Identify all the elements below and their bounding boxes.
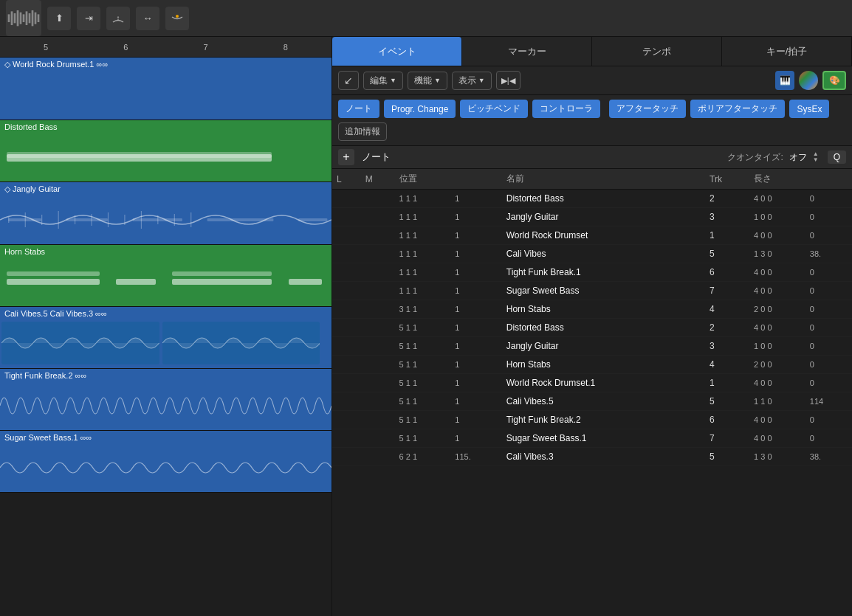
table-row[interactable]: 5 1 1 1 Jangly Guitar 3 1 0 0 0 — [332, 337, 852, 356]
function-button[interactable]: 機能 ▼ — [408, 72, 447, 90]
cell-length2: 0 — [805, 356, 852, 374]
waveform-world-rock: // Generated inline waveform bars — [0, 72, 331, 120]
controller-button[interactable]: コントローラ — [532, 100, 600, 118]
cell-name: Cali Vibes — [502, 245, 705, 263]
cell-length2: 0 — [805, 282, 852, 300]
track-cali-vibes[interactable]: Cali Vibes.5 Cali Vibes.3 ∞∞ — [0, 307, 331, 369]
col-trk: Trk — [705, 169, 749, 190]
tab-marker[interactable]: マーカー — [462, 37, 592, 66]
svg-rect-14 — [41, 215, 42, 225]
cell-name: Sugar Sweet Bass.1 — [502, 429, 705, 448]
additional-info-button[interactable]: 追加情報 — [338, 122, 387, 141]
track-world-rock[interactable]: ◇ World Rock Drumset.1 ∞∞ // Generated i… — [0, 58, 331, 120]
table-row[interactable]: 5 1 1 1 World Rock Drumset.1 1 4 0 0 0 — [332, 374, 852, 392]
cell-l — [332, 190, 361, 208]
table-row[interactable]: 1 1 1 1 Jangly Guitar 3 1 0 0 0 — [332, 208, 852, 226]
cell-position: 1 1 1 — [395, 245, 451, 263]
q-button[interactable]: Q — [828, 150, 846, 164]
table-row[interactable]: 1 1 1 1 Sugar Sweet Bass 7 4 0 0 0 — [332, 282, 852, 300]
svg-rect-1 — [11, 11, 13, 25]
cell-name: Cali Vibes.3 — [502, 448, 705, 466]
svg-rect-18 — [108, 212, 109, 227]
sysex-button[interactable]: SysEx — [789, 100, 829, 118]
add-event-button[interactable]: + — [338, 149, 354, 165]
aftertouch-button[interactable]: アフタータッチ — [609, 100, 686, 118]
event-table-wrapper[interactable]: L M 位置 名前 Trk 長さ 1 1 1 1 Distorted Bass … — [332, 169, 852, 616]
tab-tempo[interactable]: テンポ — [592, 37, 722, 66]
cell-trk: 5 — [705, 392, 749, 411]
table-row[interactable]: 1 1 1 1 Cali Vibes 5 1 3 0 38. — [332, 245, 852, 263]
event-panel: イベント マーカー テンポ キー/拍子 ↙ 編集 ▼ 機能 ▼ 表示 ▼ — [332, 37, 852, 616]
cell-position: 1 1 1 — [395, 282, 451, 300]
cell-length: 1 0 0 — [749, 337, 805, 356]
track-tight-funk[interactable]: Tight Funk Break.2 ∞∞ — [0, 369, 331, 431]
event-table: L M 位置 名前 Trk 長さ 1 1 1 1 Distorted Bass … — [332, 169, 852, 466]
cell-trk: 5 — [705, 245, 749, 263]
svg-rect-25 — [66, 218, 108, 221]
track-jangly-guitar[interactable]: ◇ Jangly Guitar — [0, 182, 331, 245]
align-left-icon[interactable]: ⇥ — [77, 7, 100, 30]
event-toolbar: ↙ 編集 ▼ 機能 ▼ 表示 ▼ ▶|◀ 🎹 🎨 — [332, 66, 852, 95]
table-row[interactable]: 5 1 1 1 Sugar Sweet Bass.1 7 4 0 0 0 — [332, 429, 852, 448]
note-button[interactable]: ノート — [338, 100, 379, 118]
track-content-horn-stabs — [0, 258, 331, 306]
track-content-tight-funk — [0, 382, 331, 430]
table-row[interactable]: 5 1 1 1 Tight Funk Break.2 6 4 0 0 0 — [332, 411, 852, 429]
table-row[interactable]: 5 1 1 1 Distorted Bass 2 4 0 0 0 — [332, 319, 852, 337]
cell-length: 4 0 0 — [749, 282, 805, 300]
progr-change-button[interactable]: Progr. Change — [384, 100, 456, 118]
waveform-icon[interactable] — [6, 0, 41, 36]
quantize-stepper[interactable]: ▲ ▼ — [813, 151, 819, 163]
col-position: 位置 — [395, 169, 502, 190]
svg-rect-24 — [8, 218, 41, 221]
cell-l — [332, 448, 361, 466]
track-horn-stabs[interactable]: Horn Stabs — [0, 245, 331, 307]
svg-rect-28 — [298, 218, 327, 221]
table-row[interactable]: 1 1 1 1 World Rock Drumset 1 4 0 0 0 — [332, 226, 852, 245]
green-icon-button[interactable]: 🎨 — [822, 71, 846, 90]
cell-l — [332, 337, 361, 356]
track-sugar-sweet[interactable]: Sugar Sweet Bass.1 ∞∞ — [0, 431, 331, 493]
cell-position2: 1 — [450, 208, 501, 226]
pitch-up-icon[interactable]: ↕ — [106, 7, 130, 30]
event-list-header: + ノート クオンタイズ: オフ ▲ ▼ Q — [332, 146, 852, 169]
svg-rect-27 — [207, 218, 274, 221]
cell-name: World Rock Drumset — [502, 226, 705, 245]
cell-l — [332, 319, 361, 337]
event-table-body: 1 1 1 1 Distorted Bass 2 4 0 0 0 1 1 1 1… — [332, 190, 852, 466]
tracks-panel: 5 6 7 8 ◇ World Rock Drumset.1 ∞∞ // Gen… — [0, 37, 332, 616]
svg-rect-23 — [190, 212, 191, 227]
align-top-icon[interactable]: ⬆ — [47, 7, 71, 30]
tab-key[interactable]: キー/拍子 — [722, 37, 852, 66]
display-button[interactable]: 表示 ▼ — [452, 72, 492, 90]
back-arrow-button[interactable]: ↙ — [338, 71, 359, 90]
tab-event[interactable]: イベント — [332, 37, 462, 66]
track-distorted-bass[interactable]: Distorted Bass — [0, 120, 331, 182]
edit-button[interactable]: 編集 ▼ — [363, 72, 403, 90]
table-row[interactable]: 1 1 1 1 Tight Funk Break.1 6 4 0 0 0 — [332, 263, 852, 282]
cell-position2: 1 — [450, 392, 501, 411]
cell-trk: 7 — [705, 429, 749, 448]
table-row[interactable]: 1 1 1 1 Distorted Bass 2 4 0 0 0 — [332, 190, 852, 208]
filter-button[interactable]: ▶|◀ — [496, 71, 521, 90]
cell-trk: 5 — [705, 448, 749, 466]
cell-position: 5 1 1 — [395, 337, 451, 356]
arrow-lr-icon[interactable]: ↔ — [136, 7, 159, 30]
svg-rect-19 — [124, 215, 125, 225]
color-wheel-button[interactable] — [799, 71, 818, 90]
cell-length2: 0 — [805, 374, 852, 392]
poly-aftertouch-button[interactable]: ポリアフタータッチ — [690, 100, 785, 118]
cell-length2: 0 — [805, 319, 852, 337]
table-row[interactable]: 6 2 1 115. Cali Vibes.3 5 1 3 0 38. — [332, 448, 852, 466]
cell-m — [361, 374, 395, 392]
table-row[interactable]: 3 1 1 1 Horn Stabs 4 2 0 0 0 — [332, 300, 852, 319]
cell-l — [332, 429, 361, 448]
svg-rect-8 — [32, 10, 34, 26]
table-row[interactable]: 5 1 1 1 Cali Vibes.5 5 1 1 0 114 — [332, 392, 852, 411]
piano-color-button[interactable]: 🎹 — [775, 71, 794, 90]
table-row[interactable]: 5 1 1 1 Horn Stabs 4 2 0 0 0 — [332, 356, 852, 374]
cell-name: World Rock Drumset.1 — [502, 374, 705, 392]
pitch-down-icon[interactable] — [165, 7, 189, 30]
track-label-jangly-guitar: ◇ Jangly Guitar — [0, 182, 331, 196]
pitch-bend-button[interactable]: ピッチベンド — [460, 100, 528, 118]
